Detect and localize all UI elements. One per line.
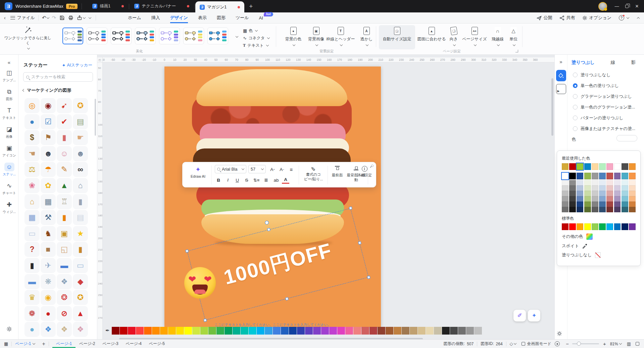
quick-color-swatch[interactable] [249, 327, 256, 335]
page-tab-ページ-5[interactable]: ページ-5 [145, 340, 168, 348]
pen-color-icon[interactable]: ✒ [105, 328, 110, 334]
theme-thumbnail-1[interactable] [62, 28, 83, 44]
theme-shade-swatch[interactable] [606, 191, 613, 196]
theme-shade-swatch[interactable] [562, 207, 568, 212]
sidebar-item-アイコン[interactable]: ▣アイコン [0, 144, 18, 158]
no-fill-button[interactable]: 塗りつぶしなし [562, 252, 636, 258]
heart-eyes-emoji[interactable]: ❤ ❤ [184, 267, 216, 299]
sticker-paper[interactable]: ▤ [73, 210, 88, 225]
menu-item-AI[interactable]: AIhot [259, 12, 263, 23]
page-list-icon[interactable]: ▦ [4, 341, 8, 346]
theme-shade-swatch[interactable] [584, 196, 591, 202]
theme-shade-swatch[interactable] [569, 180, 576, 185]
strikethrough-button[interactable]: S [243, 176, 250, 184]
theme-shade-swatch[interactable] [569, 202, 576, 207]
document-tab[interactable]: Ǝテクニカルバナー [130, 0, 194, 12]
sticker-businessman[interactable]: ☻ [41, 146, 56, 161]
quick-color-swatch[interactable] [112, 327, 119, 335]
connector-menu[interactable]: ∿コネクタ [243, 34, 269, 42]
sticker-medal[interactable]: ◉ [41, 290, 56, 305]
recent-color-swatch[interactable] [569, 163, 576, 170]
sidebar-item-テンプ[interactable]: ◫テンプ... [0, 69, 18, 83]
menu-item-ホーム[interactable]: ホーム [128, 12, 141, 23]
theme-color-swatch[interactable] [592, 173, 598, 179]
quick-color-swatch[interactable] [257, 327, 264, 335]
recent-color-swatch[interactable] [622, 163, 628, 170]
font-size-select[interactable]: 57 [248, 165, 266, 173]
theme-shade-swatch[interactable] [606, 196, 613, 202]
theme-shade-swatch[interactable] [614, 191, 621, 196]
theme-shade-swatch[interactable] [584, 202, 591, 207]
line-spacing-button[interactable]: ⇅≡ [252, 176, 260, 184]
drawing-page[interactable]: 1000円OFF ❤ ❤ ここにテキストを入力してください。こ [164, 67, 381, 327]
theme-shade-swatch[interactable] [629, 196, 636, 202]
theme-shade-swatch[interactable] [599, 207, 606, 212]
page-tab-ページ-3[interactable]: ページ-3 [99, 340, 122, 348]
theme-shade-swatch[interactable] [606, 185, 613, 191]
theme-shade-swatch[interactable] [577, 191, 583, 196]
sticker-offices[interactable]: ▦ [24, 210, 40, 225]
page-selector[interactable]: ページ-1 [15, 341, 35, 347]
resize-handle-tr[interactable] [349, 207, 352, 210]
quick-color-swatch[interactable] [273, 327, 281, 335]
quick-color-swatch[interactable] [289, 327, 297, 335]
radio-selected[interactable] [573, 83, 578, 88]
resize-handle-bm[interactable] [285, 297, 289, 301]
sticker-thermometer[interactable]: ▮ [57, 130, 72, 145]
fullscreen-label[interactable]: 全画面モード [527, 341, 552, 347]
share-button[interactable]: 共有 [559, 15, 575, 21]
quick-color-swatch[interactable] [216, 327, 224, 335]
theme-shade-swatch[interactable] [592, 202, 598, 207]
publish-button[interactable]: 公開 [537, 15, 552, 21]
background-color-button[interactable]: ●背景の色 [281, 27, 305, 47]
sticker-tray[interactable]: ▭ [24, 226, 40, 241]
sticker-warning[interactable]: ▲ [73, 306, 88, 321]
theme-color-swatch[interactable] [606, 173, 613, 179]
sticker-barrel[interactable]: ▮ [73, 242, 88, 257]
standard-color-swatch[interactable] [577, 223, 583, 230]
theme-shade-swatch[interactable] [569, 207, 576, 212]
current-color-swatch[interactable] [616, 135, 637, 141]
tab-shadow[interactable]: 影 [631, 59, 636, 66]
zoom-level[interactable]: 81% [610, 342, 618, 346]
quick-color-swatch[interactable] [136, 327, 144, 335]
theme-shade-swatch[interactable] [562, 196, 568, 202]
sticker-oil-rig[interactable]: ⚒ [41, 210, 56, 225]
sticker-money-bag[interactable]: $ [24, 130, 40, 145]
quick-color-swatch[interactable] [410, 327, 417, 335]
sticker-flower[interactable]: ✿ [41, 178, 56, 193]
more-colors-button[interactable]: その他の色 [562, 233, 636, 240]
resize-handle-mr[interactable] [358, 241, 361, 245]
quick-color-swatch[interactable] [233, 327, 240, 335]
quick-color-swatch[interactable] [345, 327, 353, 335]
panel-settings-gear-icon[interactable] [557, 331, 562, 336]
eyedropper-button[interactable]: スポイト [562, 243, 636, 249]
bring-to-front-button[interactable]: 最前面 [330, 166, 345, 178]
sticker-dog[interactable]: ♞ [41, 226, 56, 241]
quick-color-swatch[interactable] [208, 327, 216, 335]
recent-color-swatch[interactable] [577, 163, 583, 170]
sticker-puzzle-pink[interactable]: ❖ [73, 322, 88, 337]
resize-handle-bl[interactable] [203, 319, 207, 322]
theme-shade-swatch[interactable] [577, 196, 583, 202]
fill-option[interactable]: 塗りつぶしなし [573, 70, 635, 80]
sidebar-item-画像[interactable]: ◪画像 [0, 125, 18, 139]
sticker-handshake[interactable]: ☚ [24, 146, 40, 161]
theme-color-swatch[interactable] [562, 173, 568, 179]
theme-shade-swatch[interactable] [584, 207, 591, 212]
theme-shade-swatch[interactable] [592, 185, 598, 191]
animation-tool-tab[interactable]: ▶ [556, 84, 566, 94]
expand-panel-icon[interactable] [515, 50, 518, 52]
theme-shade-swatch[interactable] [562, 180, 568, 185]
theme-thumbnail-6[interactable] [183, 28, 204, 44]
quick-color-swatch[interactable] [474, 327, 482, 335]
sticker-signpost[interactable]: ⚑ [41, 130, 56, 145]
sticker-open-box[interactable]: ◱ [57, 242, 72, 257]
sticker-trophy[interactable]: ♛ [24, 290, 40, 305]
theme-shade-swatch[interactable] [584, 180, 591, 185]
sticker-factory[interactable]: ⌂ [73, 178, 88, 193]
zoom-slider-knob[interactable] [577, 342, 581, 346]
theme-thumbnail-7[interactable] [207, 28, 228, 44]
presentation-play-button[interactable] [555, 341, 560, 346]
format-painter-button[interactable]: ✐ 書式のコピー/貼り... [301, 165, 326, 182]
